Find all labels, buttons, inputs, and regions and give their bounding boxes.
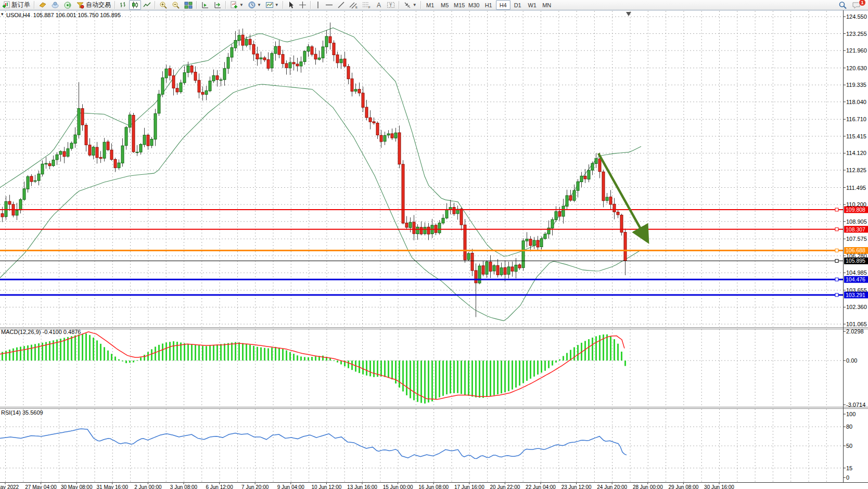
zoom-in-icon	[159, 1, 168, 9]
tile-windows-button[interactable]	[182, 0, 195, 10]
indicators-button[interactable]: ▼	[228, 0, 246, 10]
svg-text:107.575: 107.575	[846, 236, 867, 242]
chart-title: USOil,H4105.887 106.001 105.750 105.895	[6, 12, 121, 18]
bar-chart-button[interactable]	[117, 0, 129, 10]
toolbar-separator	[225, 1, 226, 9]
dropdown-caret-icon: ▼	[275, 3, 279, 7]
horizontal-line-icon	[325, 1, 333, 9]
svg-text:124.550: 124.550	[846, 14, 867, 20]
chart-shift-button[interactable]	[199, 0, 211, 10]
text-icon: A	[375, 1, 382, 9]
svg-text:-3.0714: -3.0714	[846, 402, 865, 408]
auto-scroll-icon	[213, 1, 222, 9]
equidistant-channel-button[interactable]: E	[347, 0, 360, 10]
shapes-button[interactable]: ▼	[401, 0, 419, 10]
new-order-button[interactable]: 新订单	[0, 0, 32, 10]
candle-chart-button[interactable]	[129, 0, 141, 10]
vertical-line-button[interactable]	[313, 0, 323, 10]
svg-text:108.905: 108.905	[846, 218, 867, 225]
auto-scroll-button[interactable]	[211, 0, 224, 10]
timeframe-button-d1[interactable]: D1	[510, 0, 525, 10]
search-icon	[838, 1, 848, 9]
chart-canvas[interactable]: 109.808108.307106.688104.476103.291105.8…	[0, 10, 868, 489]
auto-trading-button[interactable]: 自动交易	[74, 0, 113, 10]
horizontal-line-button[interactable]	[323, 0, 335, 10]
timeframe-button-h4[interactable]: H4	[496, 0, 510, 10]
toolbar-separator	[196, 1, 197, 9]
svg-text:111.495: 111.495	[846, 185, 866, 191]
svg-text:31 May 16:00: 31 May 16:00	[96, 484, 128, 489]
svg-text:112.825: 112.825	[846, 167, 866, 173]
crosshair-button[interactable]	[297, 0, 309, 10]
notifications-button[interactable]: 1	[850, 0, 864, 10]
text-label-button[interactable]: T	[385, 0, 397, 10]
chart-shift-icon	[201, 1, 209, 9]
clock-icon	[248, 1, 256, 9]
svg-text:30 Jun 16:00: 30 Jun 16:00	[704, 484, 734, 489]
svg-text:28 Jun 00:00: 28 Jun 00:00	[633, 484, 663, 489]
toolbar-separator	[399, 1, 400, 9]
svg-text:T: T	[389, 3, 392, 8]
publish-button[interactable]	[49, 0, 61, 10]
svg-text:20 Jun 22:00: 20 Jun 22:00	[490, 484, 520, 489]
text-button[interactable]: A	[373, 0, 385, 10]
cursor-button[interactable]	[285, 0, 297, 10]
timeframe-button-m5[interactable]: M5	[438, 0, 452, 10]
timeframe-button-h1[interactable]: H1	[481, 0, 496, 10]
svg-text:119.335: 119.335	[846, 82, 866, 88]
fibonacci-icon: F	[362, 1, 371, 9]
dropdown-caret-icon: ▼	[413, 3, 417, 7]
new-order-label: 新订单	[11, 1, 30, 9]
svg-text:104.985: 104.985	[846, 269, 867, 276]
svg-text:114.120: 114.120	[846, 150, 866, 156]
svg-text:24 Jun 20:00: 24 Jun 20:00	[597, 484, 627, 489]
template-icon	[265, 1, 274, 9]
svg-text:0: 0	[846, 474, 849, 481]
trendline-icon	[337, 1, 345, 9]
svg-text:121.960: 121.960	[846, 47, 867, 54]
svg-text:2 Jun 00:00: 2 Jun 00:00	[134, 484, 162, 489]
subwindow-marker-icon[interactable]: ▾	[1, 11, 4, 17]
chart-window: 109.808108.307106.688104.476103.291105.8…	[0, 10, 868, 489]
search-button[interactable]	[836, 0, 850, 10]
timeframe-button-m15[interactable]: M15	[452, 0, 467, 10]
svg-text:108.307: 108.307	[846, 226, 865, 233]
svg-text:5 May 2022: 5 May 2022	[0, 484, 19, 489]
svg-text:30 May 08:00: 30 May 08:00	[61, 484, 93, 489]
auto-trading-label: 自动交易	[86, 1, 111, 9]
svg-text:101.065: 101.065	[846, 321, 867, 327]
signal-icon	[63, 1, 72, 9]
timeframe-button-w1[interactable]: W1	[525, 0, 540, 10]
toolbar-separator	[34, 1, 35, 9]
line-chart-button[interactable]	[141, 0, 153, 10]
svg-text:50: 50	[846, 443, 852, 449]
templates-button[interactable]: ▼	[263, 0, 281, 10]
chart-symbol-period: USOil,H4	[6, 12, 30, 18]
svg-text:80: 80	[846, 423, 852, 430]
zoom-in-button[interactable]	[157, 0, 170, 10]
bar-chart-icon	[119, 1, 127, 9]
toolbar-separator	[283, 1, 284, 9]
rsi-indicator-label: RSI(14) 35.5609	[1, 409, 43, 416]
svg-text:110.200: 110.200	[846, 201, 866, 208]
svg-text:103.655: 103.655	[846, 287, 867, 293]
timeframe-button-mn[interactable]: MN	[540, 0, 554, 10]
timeframe-button-m1[interactable]: M1	[423, 0, 438, 10]
svg-text:9 Jun 04:00: 9 Jun 04:00	[277, 484, 305, 489]
zoom-out-icon	[172, 1, 180, 9]
toolbar-separator	[310, 1, 311, 9]
macd-indicator-label: MACD(12,26,9) -0.4100 0.4876	[1, 329, 81, 335]
vertical-line-icon	[315, 1, 321, 9]
trendline-button[interactable]	[335, 0, 347, 10]
svg-text:3 Jun 08:00: 3 Jun 08:00	[170, 484, 198, 489]
zoom-out-button[interactable]	[170, 0, 182, 10]
market-watch-button[interactable]	[36, 0, 49, 10]
timeframe-button-m30[interactable]: M30	[467, 0, 481, 10]
fibonacci-button[interactable]: F	[360, 0, 373, 10]
text-label-icon: T	[387, 1, 395, 9]
cloud-user-icon	[51, 1, 59, 9]
periods-button[interactable]: ▼	[246, 0, 263, 10]
svg-text:A: A	[377, 2, 381, 9]
signal-button[interactable]	[61, 0, 74, 10]
toolbar-separator	[155, 1, 156, 9]
